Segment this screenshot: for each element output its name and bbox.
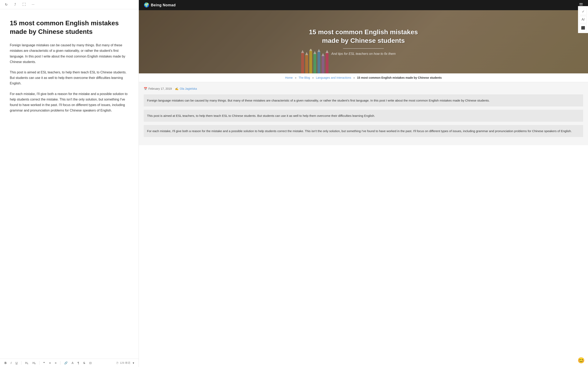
svg-rect-0 — [301, 53, 304, 73]
word-count-dropdown[interactable]: ▾ — [131, 360, 135, 365]
editor-title[interactable]: 15 most common English mistakes made by … — [10, 19, 129, 36]
text-color-button[interactable]: A — [70, 360, 75, 365]
editor-paragraph-3[interactable]: For each mistake, I'll give both a reaso… — [10, 91, 129, 113]
editor-top-toolbar: ↻ ⤴ ⛶ ··· — [0, 0, 139, 9]
list-ul-button[interactable]: ≡ — [48, 360, 52, 365]
svg-rect-2 — [305, 55, 308, 73]
refresh-button[interactable]: ↻ — [3, 2, 9, 7]
hero-divider — [343, 48, 384, 49]
logo-icon: 🌍 — [144, 2, 149, 8]
preview-panel: 🌍 Being Nomad ☰ 15 most common English m… — [139, 0, 588, 367]
hero-content: 15 most common English mistakes made by … — [302, 28, 425, 55]
svg-rect-6 — [313, 54, 316, 73]
h1-button[interactable]: H₁ — [24, 360, 30, 365]
editor-content-area[interactable]: 15 most common English mistakes made by … — [0, 9, 139, 359]
more-button[interactable]: ··· — [30, 2, 36, 7]
expand-button[interactable]: ⛶ — [21, 2, 27, 7]
toolbar-sep-1 — [21, 361, 21, 365]
stack-icon-btn[interactable]: ⬛ — [579, 24, 587, 31]
breadcrumb-bar: Home » The Blog » Languages and Interact… — [139, 73, 588, 82]
editor-bottom-toolbar: B I U H₁ H₂ ❝ ≡ ≡ 🔗 A ¶ S̶ ⊡ ⏱ 129 单词 ▾ — [0, 359, 139, 367]
image-button[interactable]: ⊡ — [88, 360, 93, 365]
bold-button[interactable]: B — [3, 360, 8, 365]
article-paragraph-1: Foreign language mistakes can be caused … — [144, 94, 583, 106]
breadcrumb-blog[interactable]: The Blog — [299, 76, 310, 79]
link-button[interactable]: 🔗 — [63, 360, 69, 365]
site-nav: 🌍 Being Nomad ☰ — [139, 0, 588, 10]
breadcrumb-sep-2: » — [312, 76, 314, 79]
hero-section: 15 most common English mistakes made by … — [139, 10, 588, 73]
strikethrough-button[interactable]: S̶ — [82, 360, 86, 365]
article-author[interactable]: Ola Jagielska — [180, 87, 197, 90]
author-icon: ✍ — [175, 87, 178, 90]
breadcrumb-sep-3: » — [354, 76, 355, 79]
article-author-item: ✍ Ola Jagielska — [175, 87, 197, 90]
paragraph-button[interactable]: ¶ — [76, 360, 80, 365]
word-count-area: ⏱ 129 单词 ▾ — [116, 360, 135, 365]
list-ol-button[interactable]: ≡ — [54, 360, 58, 365]
site-logo-text: Being Nomad — [151, 3, 176, 7]
article-paragraph-2: This post is aimed at ESL teachers, to h… — [144, 110, 583, 122]
article-paragraph-3: For each mistake, I'll give both a reaso… — [144, 125, 583, 137]
breadcrumb-languages[interactable]: Languages and Interactions — [316, 76, 351, 79]
hero-title: 15 most common English mistakes made by … — [302, 28, 425, 45]
quote-button[interactable]: ❝ — [42, 360, 46, 365]
side-icons-panel: ✓ A/ ⬛ — [578, 6, 588, 33]
breadcrumb-sep-1: » — [295, 76, 296, 79]
hero-subtitle: And tips for ESL teachers on how to fix … — [302, 52, 425, 56]
editor-paragraph-1[interactable]: Foreign language mistakes can be caused … — [10, 42, 129, 65]
h2-button[interactable]: H₂ — [31, 360, 37, 365]
article-meta: 📅 February 17, 2019 ✍ Ola Jagielska — [144, 87, 583, 90]
svg-rect-12 — [326, 53, 329, 73]
italic-button[interactable]: I — [9, 360, 13, 365]
editor-paragraph-2[interactable]: This post is aimed at ESL teachers, to h… — [10, 69, 129, 86]
article-area: 📅 February 17, 2019 ✍ Ola Jagielska Fore… — [139, 82, 588, 145]
editor-panel: ↻ ⤴ ⛶ ··· 15 most common English mistake… — [0, 0, 139, 367]
check-icon-btn[interactable]: ✓ — [579, 8, 587, 15]
article-date-item: 📅 February 17, 2019 — [144, 87, 172, 90]
breadcrumb-home[interactable]: Home — [285, 76, 293, 79]
toolbar-sep-3 — [60, 361, 61, 365]
underline-button[interactable]: U — [14, 360, 19, 365]
article-date: February 17, 2019 — [148, 87, 172, 90]
site-logo: 🌍 Being Nomad — [144, 2, 176, 8]
bottom-emoji[interactable]: 😊 — [578, 357, 585, 364]
breadcrumb-current: 15 most common English mistakes made by … — [357, 76, 442, 79]
format-icon-btn[interactable]: A/ — [579, 16, 587, 23]
svg-rect-10 — [321, 56, 324, 73]
calendar-icon: 📅 — [144, 87, 147, 90]
word-count-value: 129 单词 — [120, 361, 130, 365]
share-button[interactable]: ⤴ — [12, 2, 18, 7]
clock-icon: ⏱ — [116, 361, 119, 365]
toolbar-sep-2 — [39, 361, 40, 365]
